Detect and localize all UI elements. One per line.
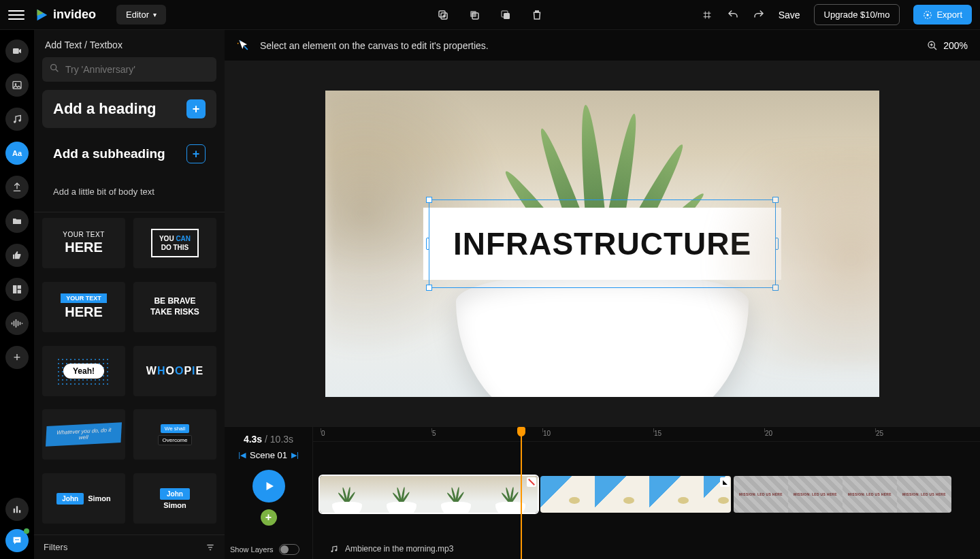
text-template[interactable]: JohnSimon — [133, 473, 216, 524]
upgrade-button[interactable]: Upgrade $10/mo — [814, 4, 900, 25]
logo-icon — [34, 7, 49, 22]
svg-rect-21 — [14, 321, 15, 326]
svg-point-44 — [331, 550, 333, 552]
svg-line-33 — [56, 69, 58, 71]
rail-text-icon[interactable]: Aa — [5, 142, 29, 165]
delete-icon[interactable] — [530, 8, 544, 22]
svg-point-37 — [240, 40, 241, 42]
canvas-stage[interactable]: INFRASTRUCTURE — [225, 61, 980, 426]
menu-button[interactable] — [8, 7, 24, 23]
layer-front-icon[interactable] — [499, 8, 512, 22]
svg-point-15 — [14, 121, 16, 123]
ruler-tick: 25 — [876, 430, 883, 437]
timeline-ruler[interactable]: 0 5 10 15 20 25 — [313, 427, 980, 442]
text-template[interactable]: Whatever you do, do it well — [42, 409, 125, 460]
prev-scene-button[interactable]: |◀ — [238, 451, 246, 460]
panel-title: Add Text / Textbox — [34, 30, 225, 57]
layer-back-icon[interactable] — [468, 8, 481, 22]
resize-handle[interactable] — [775, 238, 779, 250]
resize-handle[interactable] — [772, 285, 779, 291]
export-label: Export — [936, 10, 962, 20]
ruler-tick: 5 — [432, 430, 436, 437]
layers-label: Show Layers — [230, 545, 274, 554]
text-template[interactable]: YOU CANDO THIS — [133, 218, 216, 268]
grid-icon[interactable] — [701, 9, 713, 21]
svg-line-40 — [934, 47, 936, 50]
text-template[interactable]: BE BRAVETAKE RISKS — [133, 282, 216, 332]
music-note-icon — [329, 545, 338, 554]
svg-point-38 — [238, 42, 239, 44]
time-display: 4.3s / 10.3s — [244, 434, 293, 445]
rail-music-icon[interactable] — [5, 108, 29, 131]
brand-logo[interactable]: invideo — [34, 7, 96, 22]
text-template[interactable]: JohnSimon — [42, 473, 125, 524]
text-template[interactable]: Yeah! — [42, 346, 125, 396]
video-track[interactable]: MISSION: LED US HERE MISSION: LED US HER… — [320, 476, 980, 513]
ruler-tick: 20 — [765, 430, 772, 437]
editor-dropdown[interactable]: Editor ▾ — [116, 5, 166, 25]
export-button[interactable]: Export — [913, 5, 972, 25]
transition-none-icon[interactable] — [527, 477, 536, 487]
add-scene-button[interactable]: + — [261, 509, 277, 526]
ruler-tick: 10 — [543, 430, 551, 437]
save-button[interactable]: Save — [779, 10, 800, 20]
subheading-label: Add a subheading — [53, 146, 165, 161]
svg-rect-28 — [19, 510, 20, 513]
svg-point-45 — [335, 549, 337, 551]
search-input[interactable] — [42, 57, 216, 82]
redo-icon[interactable] — [753, 9, 765, 21]
text-template[interactable]: We shallOvercome — [133, 409, 216, 460]
timeline-clip[interactable] — [540, 476, 731, 513]
resize-handle[interactable] — [426, 197, 432, 203]
text-template[interactable]: WHOOPIE — [133, 346, 216, 396]
next-scene-button[interactable]: ▶| — [291, 451, 299, 460]
rail-image-icon[interactable] — [5, 74, 29, 97]
transition-icon[interactable] — [720, 477, 730, 487]
text-templates-grid: YOUR TEXTHERE YOU CANDO THIS YOUR TEXTHE… — [34, 212, 225, 534]
rail-add-icon[interactable]: + — [5, 346, 29, 369]
add-heading-option[interactable]: Add a heading + — [42, 90, 216, 128]
zoom-control[interactable]: 200% — [927, 40, 968, 51]
zoom-value: 200% — [943, 40, 968, 51]
timeline-clip[interactable] — [320, 476, 538, 513]
chevron-down-icon: ▾ — [153, 11, 157, 18]
rail-audio-icon[interactable] — [5, 312, 29, 335]
resize-handle[interactable] — [426, 285, 432, 291]
timeline-track-area[interactable]: 0 5 10 15 20 25 — [313, 427, 980, 559]
brand-name: invideo — [53, 7, 96, 22]
timeline-clip[interactable]: MISSION: LED US HERE MISSION: LED US HER… — [734, 476, 951, 513]
rail-upload-icon[interactable] — [5, 176, 29, 199]
text-template[interactable]: YOUR TEXTHERE — [42, 218, 125, 268]
resize-handle[interactable] — [772, 197, 779, 203]
rail-folder-icon[interactable] — [5, 210, 29, 233]
svg-point-32 — [51, 65, 56, 70]
canvas-hint: Select an element on the canvas to edit … — [260, 40, 489, 51]
audio-track[interactable]: Ambience in the morning.mp3 — [329, 544, 453, 554]
svg-rect-9 — [504, 13, 510, 19]
add-subheading-option[interactable]: Add a subheading + — [42, 135, 216, 173]
svg-point-31 — [18, 539, 19, 541]
svg-rect-20 — [12, 323, 13, 325]
add-heading-plus-icon[interactable]: + — [186, 99, 206, 118]
rail-video-icon[interactable] — [5, 39, 29, 63]
filter-icon — [206, 543, 215, 552]
canvas[interactable]: INFRASTRUCTURE — [325, 91, 879, 397]
rail-chat-icon[interactable] — [5, 529, 29, 552]
scene-navigator: |◀ Scene 01 ▶| — [238, 450, 299, 460]
undo-icon[interactable] — [727, 9, 739, 21]
add-body-option[interactable]: Add a little bit of body text — [42, 180, 216, 209]
playhead[interactable] — [521, 427, 522, 559]
layers-toggle[interactable] — [279, 544, 299, 555]
rail-like-icon[interactable] — [5, 244, 29, 267]
svg-rect-17 — [13, 285, 16, 293]
rail-layout-icon[interactable] — [5, 278, 29, 301]
canvas-text-element[interactable]: INFRASTRUCTURE — [423, 208, 781, 280]
svg-rect-26 — [14, 509, 15, 513]
text-panel: Add Text / Textbox Add a heading + Add a… — [34, 30, 225, 559]
add-subheading-plus-icon[interactable]: + — [186, 144, 206, 163]
text-template[interactable]: YOUR TEXTHERE — [42, 282, 125, 332]
play-button[interactable] — [252, 470, 285, 502]
rail-equalizer-icon[interactable] — [5, 498, 29, 521]
duplicate-icon[interactable] — [436, 8, 450, 22]
filters-button[interactable]: Filters — [34, 534, 225, 559]
